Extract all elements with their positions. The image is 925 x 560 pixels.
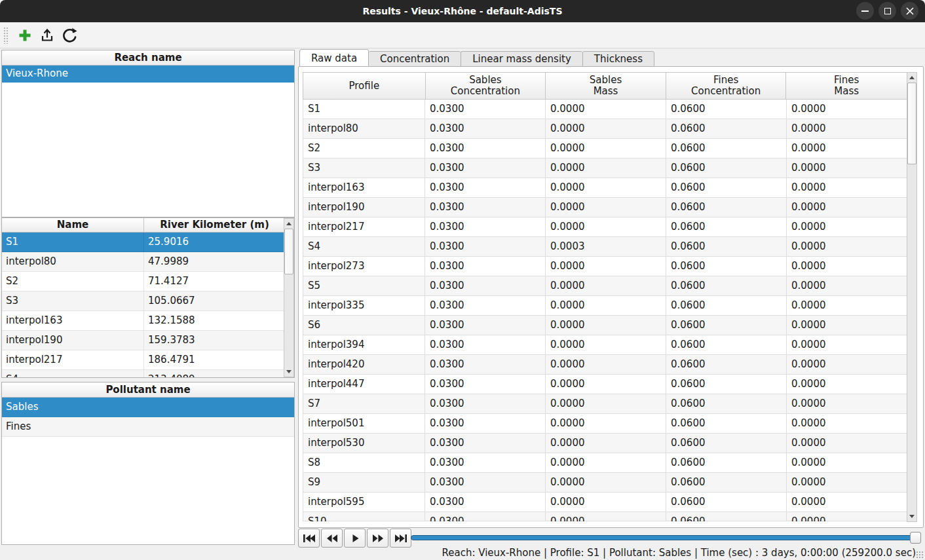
table-row-interpol335[interactable]: interpol3350.03000.00000.06000.0000 — [303, 296, 907, 316]
cell-value: 0.0600 — [666, 355, 787, 375]
table-row-interpol394[interactable]: interpol3940.03000.00000.06000.0000 — [303, 335, 907, 355]
cell-value: 0.0300 — [425, 296, 546, 316]
scroll-down-icon[interactable] — [284, 367, 293, 377]
playback-controls — [298, 529, 411, 548]
profiles-col-name: Name — [2, 218, 144, 232]
scroll-down-icon[interactable] — [907, 512, 916, 521]
cell-value: 0.0600 — [666, 119, 787, 139]
profiles-scrollbar-thumb[interactable] — [284, 229, 293, 274]
maximize-button[interactable] — [878, 2, 896, 20]
results-col-fines-mass[interactable]: FinesMass — [786, 73, 907, 99]
cell-value: 0.0600 — [666, 473, 787, 493]
table-row-s10[interactable]: S100.03000.00000.06000.0000 — [303, 512, 907, 521]
close-icon — [906, 7, 914, 15]
export-button[interactable] — [36, 24, 58, 47]
minimize-button[interactable] — [856, 2, 874, 20]
cell-profile: interpol447 — [303, 375, 425, 394]
pollutant-panel: Pollutant name SablesFines — [1, 382, 295, 545]
table-row-interpol163[interactable]: interpol1630.03000.00000.06000.0000 — [303, 178, 907, 198]
cell-profile: S7 — [303, 394, 425, 414]
cell-value: 0.0300 — [425, 159, 546, 178]
table-row-s5[interactable]: S50.03000.00000.06000.0000 — [303, 276, 907, 296]
toolbar-drag-handle[interactable] — [3, 27, 9, 44]
profile-row-interpol80[interactable]: interpol8047.9989 — [2, 252, 294, 272]
profile-row-s3[interactable]: S3105.0667 — [2, 291, 294, 311]
time-slider[interactable] — [411, 535, 920, 540]
cell-value: 0.0000 — [546, 434, 666, 453]
profile-row-s1[interactable]: S125.9016 — [2, 233, 294, 252]
table-row-interpol447[interactable]: interpol4470.03000.00000.06000.0000 — [303, 375, 907, 394]
tab-raw-data[interactable]: Raw data — [299, 49, 369, 67]
results-col-sables-mass[interactable]: SablesMass — [546, 73, 666, 99]
resize-grip-icon[interactable] — [916, 551, 924, 559]
table-row-interpol217[interactable]: interpol2170.03000.00000.06000.0000 — [303, 217, 907, 237]
profile-name: interpol80 — [2, 252, 144, 272]
profile-name: interpol190 — [2, 331, 144, 350]
results-table-header: ProfileSablesConcentrationSablesMassFine… — [303, 72, 907, 100]
profile-name: S2 — [2, 272, 144, 291]
table-row-interpol190[interactable]: interpol1900.03000.00000.06000.0000 — [303, 198, 907, 217]
rewind-button[interactable] — [321, 529, 343, 548]
time-slider-handle[interactable] — [910, 532, 921, 544]
cell-value: 0.0600 — [666, 257, 787, 276]
play-button[interactable] — [344, 529, 366, 548]
cell-value: 0.0000 — [787, 335, 907, 355]
table-row-interpol595[interactable]: interpol5950.03000.00000.06000.0000 — [303, 493, 907, 512]
scroll-up-icon[interactable] — [284, 219, 293, 229]
rewind-icon — [326, 534, 339, 543]
table-row-interpol273[interactable]: interpol2730.03000.00000.06000.0000 — [303, 257, 907, 276]
results-scrollbar-thumb[interactable] — [907, 83, 916, 164]
fast-forward-button[interactable] — [367, 529, 388, 548]
table-row-s3[interactable]: S30.03000.00000.06000.0000 — [303, 159, 907, 178]
table-row-s2[interactable]: S20.03000.00000.06000.0000 — [303, 139, 907, 159]
cell-value: 0.0000 — [546, 473, 666, 493]
table-row-s9[interactable]: S90.03000.00000.06000.0000 — [303, 473, 907, 493]
profile-row-interpol217[interactable]: interpol217186.4791 — [2, 350, 294, 370]
skip-to-end-button[interactable] — [390, 529, 411, 548]
results-table: ProfileSablesConcentrationSablesMassFine… — [303, 72, 907, 521]
cell-value: 0.0600 — [666, 237, 787, 257]
skip-to-start-button[interactable] — [298, 529, 320, 548]
tab-linear-mass-density[interactable]: Linear mass density — [461, 51, 582, 67]
profiles-scrollbar[interactable] — [284, 218, 294, 377]
table-row-interpol530[interactable]: interpol5300.03000.00000.06000.0000 — [303, 434, 907, 453]
table-row-s7[interactable]: S70.03000.00000.06000.0000 — [303, 394, 907, 414]
results-col-fines-concentration[interactable]: FinesConcentration — [666, 73, 787, 99]
table-row-s1[interactable]: S10.03000.00000.06000.0000 — [303, 100, 907, 119]
cell-value: 0.0300 — [425, 434, 546, 453]
tab-thickness[interactable]: Thickness — [582, 51, 654, 67]
table-row-s6[interactable]: S60.03000.00000.06000.0000 — [303, 316, 907, 335]
profile-row-s4[interactable]: S4213.4089 — [2, 370, 294, 378]
cell-value: 0.0300 — [425, 414, 546, 434]
cell-profile: interpol335 — [303, 296, 425, 316]
list-item-fines[interactable]: Fines — [2, 417, 294, 437]
results-col-sables-concentration[interactable]: SablesConcentration — [426, 73, 546, 99]
profile-row-interpol190[interactable]: interpol190159.3783 — [2, 331, 294, 350]
results-col-profile[interactable]: Profile — [303, 73, 426, 99]
close-button[interactable] — [901, 2, 918, 20]
list-item-sables[interactable]: Sables — [2, 398, 294, 417]
cell-value: 0.0300 — [425, 375, 546, 394]
refresh-button[interactable] — [58, 24, 81, 47]
cell-value: 0.0000 — [787, 493, 907, 512]
results-scrollbar[interactable] — [907, 72, 917, 522]
table-row-interpol420[interactable]: interpol4200.03000.00000.06000.0000 — [303, 355, 907, 375]
profile-km: 105.0667 — [144, 291, 285, 311]
list-item-vieux-rhone[interactable]: Vieux-Rhone — [2, 65, 294, 83]
cell-profile: S6 — [303, 316, 425, 335]
add-button[interactable] — [14, 24, 36, 47]
profile-row-interpol163[interactable]: interpol163132.1588 — [2, 311, 294, 331]
cell-value: 0.0600 — [666, 453, 787, 473]
cell-value: 0.0600 — [666, 198, 787, 217]
profile-row-s2[interactable]: S271.4127 — [2, 272, 294, 291]
tab-concentration[interactable]: Concentration — [369, 51, 461, 67]
cell-value: 0.0300 — [425, 100, 546, 119]
table-row-interpol501[interactable]: interpol5010.03000.00000.06000.0000 — [303, 414, 907, 434]
cell-value: 0.0000 — [546, 276, 666, 296]
table-row-s4[interactable]: S40.03000.00030.06000.0000 — [303, 237, 907, 257]
scroll-up-icon[interactable] — [907, 73, 916, 83]
cell-value: 0.0000 — [546, 512, 666, 521]
table-row-interpol80[interactable]: interpol800.03000.00000.06000.0000 — [303, 119, 907, 139]
cell-profile: S10 — [303, 512, 425, 521]
table-row-s8[interactable]: S80.03000.00000.06000.0000 — [303, 453, 907, 473]
